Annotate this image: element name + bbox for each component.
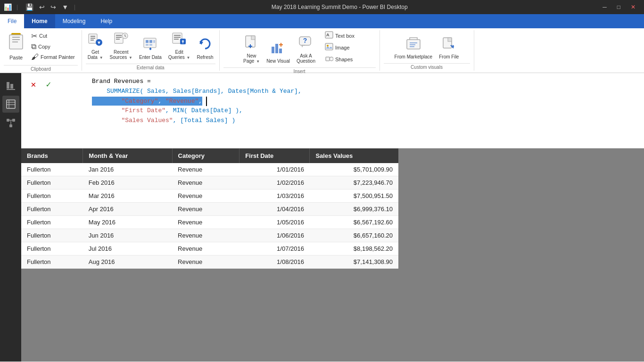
get-data-label: GetData ▼ — [88, 49, 103, 60]
shapes-button[interactable]: Shapes — [322, 54, 357, 65]
table-cell: $5,701,009.90 — [310, 163, 398, 176]
table-row[interactable]: FullertonAug 2016Revenue1/08/2016$7,141,… — [21, 255, 398, 269]
table-cell: 1/06/2016 — [239, 229, 310, 242]
menu-bar: File Home Modeling Help — [0, 14, 644, 28]
svg-rect-12 — [116, 35, 122, 36]
table-cell: 1/08/2016 — [239, 255, 310, 269]
new-visual-button[interactable]: New Visual — [264, 30, 292, 65]
from-marketplace-button[interactable]: From Marketplace — [393, 35, 435, 60]
menu-home[interactable]: Home — [24, 14, 55, 28]
save-button[interactable]: 💾 — [24, 2, 35, 12]
format-painter-icon: 🖌 — [31, 53, 39, 61]
insert-items: NewPage ▼ New Visual — [241, 30, 357, 66]
menu-file[interactable]: File — [0, 14, 24, 28]
title-bar-app-icons: 📊 | — [4, 3, 20, 11]
maximize-button[interactable]: □ — [612, 2, 625, 12]
table-cell: Revenue — [172, 216, 239, 229]
table-cell: 1/05/2016 — [239, 216, 310, 229]
table-row[interactable]: FullertonJul 2016Revenue1/07/2016$8,198,… — [21, 242, 398, 255]
paste-button[interactable]: Paste — [4, 30, 28, 62]
enter-data-button[interactable]: Enter Data — [137, 35, 164, 61]
customize-button[interactable]: ▼ — [60, 2, 70, 12]
refresh-button[interactable]: Refresh — [195, 35, 215, 61]
table-row[interactable]: FullertonJun 2016Revenue1/06/2016$6,657,… — [21, 229, 398, 242]
format-painter-button[interactable]: 🖌 Format Painter — [28, 52, 78, 62]
table-cell: Apr 2016 — [83, 203, 172, 216]
table-cell: Fullerton — [21, 189, 83, 203]
undo-button[interactable]: ↩ — [37, 2, 47, 12]
table-cell: Revenue — [172, 203, 239, 216]
menu-help[interactable]: Help — [93, 14, 120, 28]
svg-rect-17 — [146, 40, 149, 43]
svg-rect-11 — [115, 33, 123, 43]
clipboard-group: Paste ✂ Cut ⧉ Copy 🖌 Format Painter — [4, 30, 78, 62]
table-cell: Jun 2016 — [83, 229, 172, 242]
table-header: BrandsMonth & YearCategoryFirst DateSale… — [21, 148, 398, 163]
ask-question-button[interactable]: ? Ask AQuestion — [295, 30, 317, 65]
table-cell: Fullerton — [21, 203, 83, 216]
image-icon — [325, 43, 333, 52]
table-cell: Revenue — [172, 255, 239, 269]
redo-button[interactable]: ↪ — [49, 2, 58, 12]
sidebar-model-view[interactable] — [2, 115, 19, 132]
cut-icon: ✂ — [31, 32, 37, 41]
window-controls[interactable]: ─ □ ✕ — [598, 2, 640, 12]
dax-confirm-button[interactable]: ✓ — [42, 78, 55, 91]
shapes-icon — [325, 55, 333, 64]
table-cell: $7,500,951.50 — [310, 189, 398, 203]
table-row[interactable]: FullertonMay 2016Revenue1/05/2016$6,567,… — [21, 216, 398, 229]
text-box-button[interactable]: A Text box — [322, 30, 357, 41]
recent-sources-icon — [114, 31, 129, 49]
svg-rect-51 — [7, 82, 9, 89]
ask-question-label: Ask AQuestion — [297, 53, 315, 64]
cut-button[interactable]: ✂ Cut — [28, 31, 78, 41]
menu-modeling[interactable]: Modeling — [55, 14, 93, 28]
table-cell: Revenue — [172, 189, 239, 203]
from-file-button[interactable]: From File — [437, 35, 461, 60]
edit-queries-icon — [172, 31, 187, 49]
recent-sources-button[interactable]: RecentSources ▼ — [108, 30, 134, 61]
edit-queries-button[interactable]: EditQueries ▼ — [166, 30, 192, 61]
svg-point-42 — [327, 45, 329, 47]
ribbon-external-data-section: ▼ GetData ▼ RecentSources — [82, 30, 220, 71]
close-button[interactable]: ✕ — [626, 2, 640, 12]
format-painter-label: Format Painter — [41, 54, 75, 60]
minimize-button[interactable]: ─ — [598, 2, 611, 12]
new-page-button[interactable]: NewPage ▼ — [241, 30, 262, 65]
quick-access-toolbar[interactable]: 💾 ↩ ↪ ▼ | — [24, 2, 77, 12]
table-row[interactable]: FullertonFeb 2016Revenue1/02/2016$7,223,… — [21, 176, 398, 189]
svg-rect-52 — [10, 84, 13, 89]
table-cell: Revenue — [172, 229, 239, 242]
from-marketplace-icon — [406, 36, 421, 53]
sidebar-report-view[interactable] — [2, 77, 19, 94]
copy-button[interactable]: ⧉ Copy — [28, 41, 78, 52]
svg-rect-4 — [12, 41, 18, 42]
svg-rect-19 — [153, 40, 155, 43]
table-cell: Jul 2016 — [83, 242, 172, 255]
cut-label: Cut — [39, 33, 47, 39]
sidebar-data-view[interactable] — [2, 96, 19, 113]
svg-rect-18 — [149, 40, 152, 43]
dax-line-1: Brand Revenues = — [92, 77, 638, 87]
svg-rect-6 — [91, 36, 95, 37]
svg-rect-32 — [272, 47, 274, 53]
get-data-button[interactable]: ▼ GetData ▼ — [86, 30, 105, 61]
dax-editor[interactable]: ✕ ✓ Brand Revenues = SUMMARIZE( Sales, S… — [21, 73, 644, 148]
table-cell: $6,657,160.20 — [310, 229, 398, 242]
title-bar: 📊 | 💾 ↩ ↪ ▼ | May 2018 Learning Summit D… — [0, 0, 644, 14]
text-box-icon: A — [325, 31, 333, 40]
new-visual-label: New Visual — [266, 58, 290, 64]
dax-line-2: SUMMARIZE( Sales, Sales[Brands], Dates[M… — [92, 87, 638, 97]
paste-icon — [8, 32, 25, 54]
table-header-cell: Brands — [21, 148, 83, 163]
recent-sources-label: RecentSources ▼ — [110, 49, 132, 60]
new-visual-icon — [271, 40, 286, 58]
table-cell: Mar 2016 — [83, 189, 172, 203]
image-button[interactable]: Image — [322, 42, 357, 53]
table-row[interactable]: FullertonJan 2016Revenue1/01/2016$5,701,… — [21, 163, 398, 176]
table-row[interactable]: FullertonApr 2016Revenue1/04/2016$6,999,… — [21, 203, 398, 216]
svg-rect-7 — [91, 38, 95, 39]
dax-cancel-button[interactable]: ✕ — [27, 78, 40, 91]
table-cell: Fullerton — [21, 255, 83, 269]
table-row[interactable]: FullertonMar 2016Revenue1/03/2016$7,500,… — [21, 189, 398, 203]
